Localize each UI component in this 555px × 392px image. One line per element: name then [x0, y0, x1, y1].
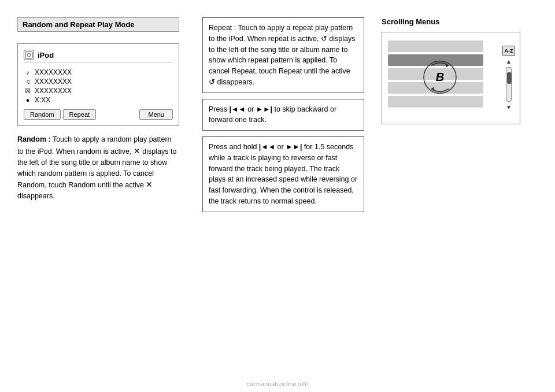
scrolling-diagram: B A-Z ▲ ▼ — [382, 32, 520, 124]
scroll-thumb — [507, 72, 512, 84]
random-description: Random : Touch to apply a random play pa… — [17, 134, 179, 202]
dot-icon: ● — [24, 97, 32, 103]
music-icon: ♫ — [24, 78, 32, 85]
person-icon: ♪ — [24, 69, 32, 76]
svg-rect-0 — [25, 51, 32, 58]
az-badge: A-Z — [502, 46, 515, 56]
list-item: ♫ XXXXXXXX — [24, 77, 173, 86]
ipod-list: ♪ XXXXXXXX ♫ XXXXXXXX ☒ XXXXXXXX ● X:XX — [24, 68, 173, 105]
scrolling-menus-title: Scrolling Menus — [382, 17, 532, 26]
ipod-screenshot: iPod ♪ XXXXXXXX ♫ XXXXXXXX ☒ XXXXXXXX ● … — [17, 43, 179, 126]
scroll-item-1 — [388, 40, 483, 52]
right-column: Scrolling Menus — [376, 12, 538, 380]
left-column: Random and Repeat Play Mode iPod ♪ XXXXX… — [6, 12, 191, 380]
svg-marker-4 — [431, 87, 435, 91]
list-item: ● X:XX — [24, 95, 173, 105]
svg-marker-3 — [445, 64, 449, 68]
random-term: Random : — [17, 135, 51, 143]
skip-description: Press |◄◄ or ►►| to skip backward or for… — [209, 105, 336, 124]
list-item: ☒ XXXXXXXX — [24, 86, 173, 95]
skip-info-box: Press |◄◄ or ►►| to skip backward or for… — [202, 99, 364, 131]
middle-column: Repeat : Touch to apply a repeat play pa… — [191, 12, 376, 380]
scroll-down-arrow: ▼ — [506, 104, 512, 110]
repeat-button[interactable]: Repeat — [63, 109, 96, 120]
ipod-header: iPod — [24, 50, 173, 63]
scroll-up-arrow: ▲ — [506, 58, 512, 65]
menu-button[interactable]: Menu — [139, 109, 173, 120]
svg-point-1 — [27, 53, 31, 57]
check-icon: ☒ — [24, 87, 32, 95]
repeat-term: Repeat : — [209, 24, 236, 32]
watermark: carmanualsonline.info — [246, 380, 308, 387]
hold-info-box: Press and hold |◄◄ or ►►| for 1.5 second… — [202, 136, 364, 212]
list-item: ♪ XXXXXXXX — [24, 68, 173, 77]
b-label: B — [436, 71, 444, 83]
scroll-controls: A-Z ▲ ▼ — [502, 46, 515, 110]
ipod-label: iPod — [38, 51, 54, 60]
repeat-info-box: Repeat : Touch to apply a repeat play pa… — [202, 17, 364, 93]
hold-description: Press and hold |◄◄ or ►►| for 1.5 second… — [209, 143, 357, 205]
ipod-brand-icon — [24, 50, 34, 60]
ipod-buttons: Random Repeat Menu — [24, 109, 173, 120]
section-title: Random and Repeat Play Mode — [17, 17, 179, 32]
random-button[interactable]: Random — [24, 109, 61, 120]
rotation-arrows-icon: B — [420, 57, 460, 98]
repeat-description: Touch to apply a repeat play pattern to … — [209, 24, 356, 86]
scroll-track — [506, 67, 512, 102]
